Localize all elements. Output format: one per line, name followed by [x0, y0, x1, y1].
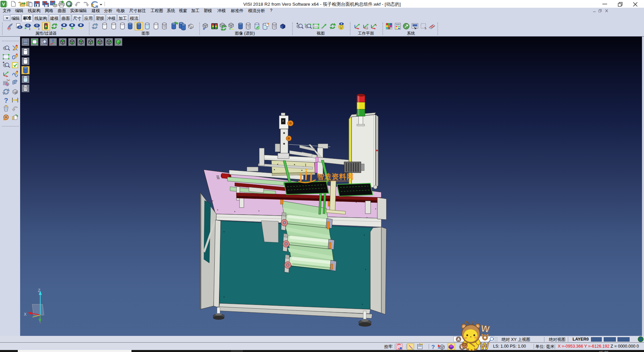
svg-text:?: ? [431, 344, 435, 350]
svg-text:W: W [480, 323, 490, 334]
svg-text:X: X [24, 312, 26, 317]
svg-text:WWW.MANUFACTURINGDATA.COM: WWW.MANUFACTURINGDATA.COM [318, 180, 352, 182]
svg-text:1:1: 1:1 [314, 25, 318, 28]
svg-text:Z: Z [38, 288, 40, 293]
svg-text:W: W [480, 341, 489, 351]
svg-text:智造资料网: 智造资料网 [317, 173, 354, 180]
svg-text:?: ? [4, 97, 8, 104]
svg-text:V: V [2, 2, 5, 7]
